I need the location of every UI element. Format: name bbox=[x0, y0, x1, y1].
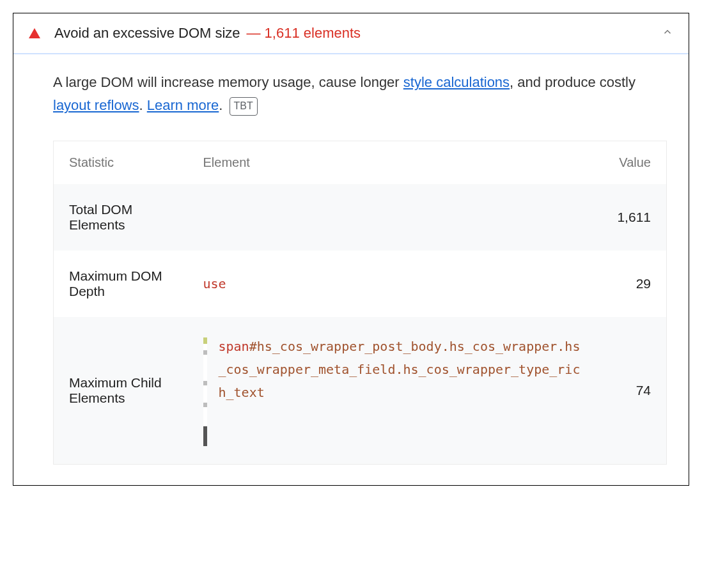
stat-element: span#hs_cos_wrapper_post_body.hs_cos_wra… bbox=[188, 317, 597, 465]
stat-value: 29 bbox=[597, 251, 667, 317]
audit-title: Avoid an excessive DOM size bbox=[54, 25, 240, 42]
element-tag: span bbox=[219, 339, 249, 354]
stat-element: use bbox=[188, 251, 597, 317]
desc-text: . bbox=[139, 97, 147, 113]
stats-table: Statistic Element Value Total DOM Elemen… bbox=[53, 141, 667, 465]
link-style-calculations[interactable]: style calculations bbox=[403, 74, 510, 90]
stat-value: 1,611 bbox=[597, 184, 667, 251]
col-value: Value bbox=[597, 141, 667, 184]
stat-element bbox=[188, 184, 597, 251]
element-id-class: #hs_cos_wrapper_post_body.hs_cos_wrapper… bbox=[219, 339, 581, 400]
desc-text: , and produce costly bbox=[510, 74, 636, 90]
stat-label: Maximum Child Elements bbox=[54, 317, 188, 465]
stat-value: 74 bbox=[597, 317, 667, 465]
desc-text: A large DOM will increase memory usage, … bbox=[53, 74, 403, 90]
element-selector: span#hs_cos_wrapper_post_body.hs_cos_wra… bbox=[219, 335, 581, 404]
audit-description: A large DOM will increase memory usage, … bbox=[53, 71, 667, 118]
element-count: 1,611 elements bbox=[265, 25, 361, 42]
col-statistic: Statistic bbox=[54, 141, 188, 184]
desc-text: . bbox=[219, 97, 222, 113]
audit-body: A large DOM will increase memory usage, … bbox=[13, 54, 689, 485]
table-row: Maximum DOM Depth use 29 bbox=[54, 251, 667, 317]
element-thumbnail bbox=[203, 337, 207, 446]
element-tag: use bbox=[203, 276, 226, 291]
warning-triangle-icon bbox=[29, 28, 40, 38]
link-learn-more[interactable]: Learn more bbox=[147, 97, 219, 113]
link-layout-reflows[interactable]: layout reflows bbox=[53, 97, 139, 113]
stat-label: Total DOM Elements bbox=[54, 184, 188, 251]
audit-header[interactable]: Avoid an excessive DOM size — 1,611 elem… bbox=[13, 13, 689, 54]
table-row: Total DOM Elements 1,611 bbox=[54, 184, 667, 251]
audit-panel: Avoid an excessive DOM size — 1,611 elem… bbox=[13, 13, 689, 486]
table-row: Maximum Child Elements span#hs_cos_wrapp… bbox=[54, 317, 667, 465]
stat-label: Maximum DOM Depth bbox=[54, 251, 188, 317]
chevron-up-icon[interactable] bbox=[662, 26, 673, 41]
dash-separator: — bbox=[247, 25, 261, 42]
tbt-badge: TBT bbox=[230, 97, 258, 115]
col-element: Element bbox=[188, 141, 597, 184]
